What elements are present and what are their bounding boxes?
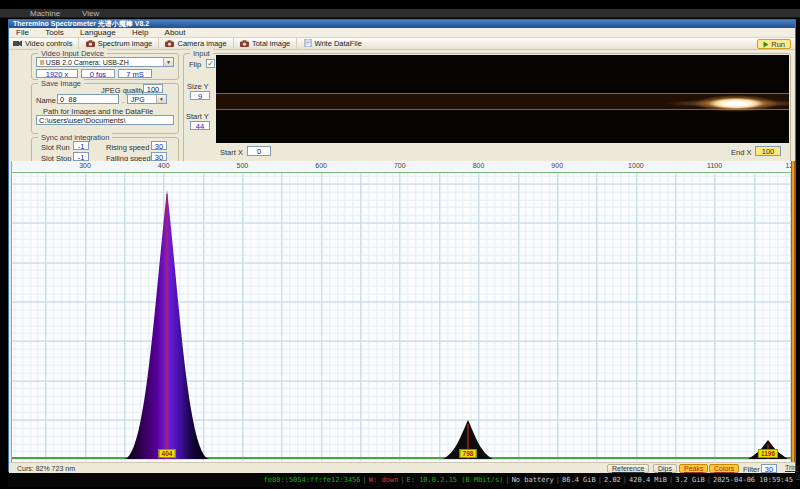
status-segment: 2025-04-06 10:59:45 <box>713 476 793 484</box>
axis-tick-label: 200 <box>11 162 12 169</box>
filter-field[interactable]: 30 <box>761 464 777 473</box>
axis-tick-label: 700 <box>394 162 406 169</box>
camera-icon <box>86 40 95 47</box>
status-separator: | <box>705 476 713 484</box>
vm-menubar: Machine View <box>0 9 800 18</box>
x-axis: 200300400500600700800900100011001200 <box>12 161 795 172</box>
size-y-label: Size Y <box>187 82 209 91</box>
spectrum-chart[interactable]: 200300400500600700800900100011001200 <box>11 161 795 462</box>
name-label: Name <box>36 96 56 105</box>
peak-wavelength-badge: 404 <box>159 449 176 458</box>
axis-tick-label: 500 <box>237 162 249 169</box>
status-segment: No battery <box>512 476 554 484</box>
status-separator: | <box>621 476 629 484</box>
colors-button[interactable]: Colors <box>709 464 739 473</box>
end-x-field[interactable]: 100 <box>755 146 781 156</box>
group-title: Save Image <box>38 79 84 88</box>
peak-wavelength-badge: 1196 <box>758 449 778 458</box>
chart-bottom-bar: Curs: 82% 723 nm Reference Dips Peaks Co… <box>9 462 795 473</box>
path-input[interactable]: C:\users\user\Documents\ <box>36 115 174 125</box>
play-icon <box>763 41 769 48</box>
video-device-select[interactable]: II USB 2.0 Camera: USB-ZH ▼ <box>36 57 174 67</box>
spectrum-plot <box>12 173 795 462</box>
status-separator: | <box>503 476 511 484</box>
menu-language[interactable]: Language <box>73 28 123 38</box>
slot-stop-field[interactable]: -1 <box>73 152 89 161</box>
status-segment: 86.4 GiB <box>562 476 596 484</box>
status-segment: 420.4 MiB <box>629 476 667 484</box>
trim-scale-button[interactable]: Trim scale <box>781 464 800 473</box>
menu-tools[interactable]: Tools <box>38 28 71 38</box>
axis-tick-label: 900 <box>551 162 563 169</box>
status-bar: fe80::5054:ff:fe12:3456|W: down|E: 10.0.… <box>8 473 796 487</box>
start-y-field[interactable]: 44 <box>190 121 210 130</box>
start-x-field[interactable]: 0 <box>247 146 271 156</box>
title-bar[interactable]: Theremino Spectrometer 光谱小魔棒 V8.2 <box>9 20 795 28</box>
status-separator: | <box>554 476 562 484</box>
flip-label: Flip <box>189 60 201 69</box>
window-title: Theremino Spectrometer 光谱小魔棒 V8.2 <box>13 20 149 27</box>
status-segment: W: down <box>369 476 399 484</box>
flip-checkbox[interactable]: ✓ <box>206 59 215 68</box>
total-image-button[interactable]: Total image <box>236 38 297 50</box>
status-segment: E: 10.0.2.15 (0 Mbit/s) <box>406 476 503 484</box>
toolbar: Video controls Spectrum image Camera ima… <box>9 38 795 50</box>
camera-icon <box>240 40 249 47</box>
menu-bar: File Tools Language Help About <box>9 28 795 38</box>
chart-grid: 4047981196 <box>12 172 795 461</box>
resolution-field[interactable]: 1920 x <box>36 69 78 78</box>
size-y-field[interactable]: 9 <box>190 91 210 100</box>
status-separator: | <box>361 476 369 484</box>
jpeg-quality-field[interactable]: 100 <box>143 84 163 93</box>
document-icon <box>304 39 312 47</box>
group-title: Input <box>190 49 213 58</box>
vm-menu-view[interactable]: View <box>82 9 99 18</box>
format-select[interactable]: JPG ▼ <box>127 94 167 104</box>
status-segment: 3.2 GiB <box>675 476 705 484</box>
axis-tick-label: 800 <box>473 162 485 169</box>
axis-tick-label: 400 <box>158 162 170 169</box>
app-window: Theremino Spectrometer 光谱小魔棒 V8.2 File T… <box>8 19 796 472</box>
chevron-down-icon: ▼ <box>156 95 166 103</box>
start-x-label: Start X <box>220 148 243 157</box>
status-segment: 2.02 <box>604 476 621 484</box>
write-datafile-button[interactable]: Write DataFile <box>300 38 368 50</box>
menu-about[interactable]: About <box>158 28 193 38</box>
selection-band-bottom-line <box>216 109 789 110</box>
axis-tick-label: 600 <box>315 162 327 169</box>
rising-speed-label: Rising speed <box>106 143 149 152</box>
chevron-down-icon: ▼ <box>163 58 173 66</box>
exposure-field: 7 mS <box>118 69 152 78</box>
status-separator: | <box>596 476 604 484</box>
peak-wavelength-badge: 798 <box>460 449 477 458</box>
slot-run-label: Slot Run <box>41 143 70 152</box>
vm-screen: Machine View Theremino Spectrometer 光谱小魔… <box>0 0 800 489</box>
camera-icon <box>165 40 174 47</box>
peaks-button[interactable]: Peaks <box>679 464 708 473</box>
axis-tick-label: 1000 <box>628 162 644 169</box>
axis-tick-label: 1100 <box>707 162 722 169</box>
menu-help[interactable]: Help <box>125 28 155 38</box>
camera-preview[interactable] <box>216 55 789 143</box>
status-separator: | <box>667 476 675 484</box>
vm-menu-machine[interactable]: Machine <box>30 9 60 18</box>
status-segment: fe80::5054:ff:fe12:3456 <box>264 476 361 484</box>
falling-speed-field[interactable]: 30 <box>151 152 167 161</box>
fps-field: 0 fps <box>81 69 115 78</box>
slot-run-field[interactable]: -1 <box>73 141 89 150</box>
reference-button[interactable]: Reference <box>607 464 649 473</box>
dips-button[interactable]: Dips <box>653 464 677 473</box>
end-x-marker[interactable] <box>791 161 795 462</box>
video-camera-icon <box>13 40 22 47</box>
image-name-input[interactable]: 0_88 <box>57 94 119 104</box>
start-y-label: Start Y <box>186 112 209 121</box>
spectrum-flare-bright <box>694 95 778 112</box>
selection-band-top-line <box>216 93 789 94</box>
rising-speed-field[interactable]: 30 <box>151 141 167 150</box>
dot-label: . <box>122 96 124 105</box>
menu-file[interactable]: File <box>9 28 36 38</box>
end-x-label: End X <box>731 148 751 157</box>
run-button[interactable]: Run <box>757 39 791 49</box>
axis-tick-label: 300 <box>79 162 91 169</box>
